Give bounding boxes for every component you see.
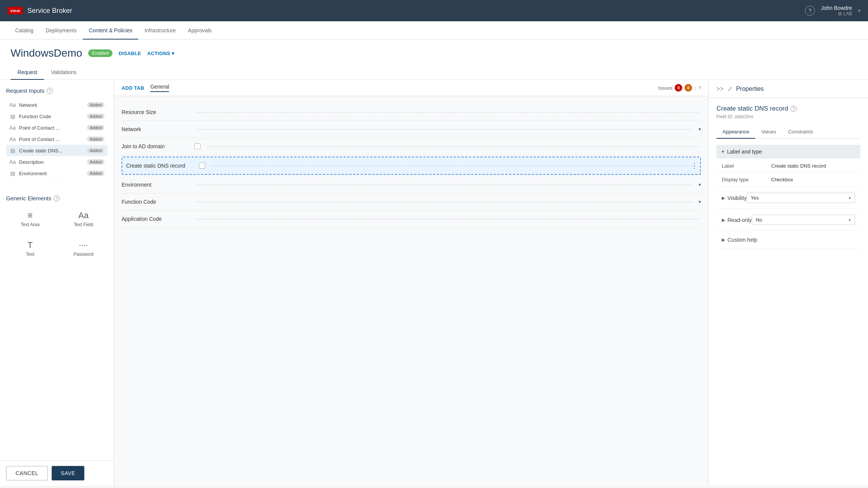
page-title-row: WindowsDemo Enabled DISABLE ACTIONS ▾: [11, 47, 857, 59]
item-label: Description: [19, 159, 84, 165]
dotted-line: [196, 202, 693, 202]
added-badge: Added: [87, 136, 104, 142]
tab-request[interactable]: Request: [11, 65, 44, 80]
list-item-network[interactable]: Aa Network Added: [6, 99, 108, 111]
form-row-function-code: Function Code ▾: [122, 193, 701, 211]
text-field-icon: Aa: [9, 136, 16, 142]
field-label: Create static DNS record: [126, 163, 194, 169]
added-badge: Added: [87, 148, 104, 153]
panel-collapse-icon[interactable]: >>: [716, 86, 724, 92]
tab-general[interactable]: General: [150, 84, 169, 92]
read-only-dropdown[interactable]: No ▾: [752, 215, 855, 225]
form-row-application-code: Application Code: [122, 211, 701, 228]
nav-content-policies[interactable]: Content & Policies: [83, 22, 138, 40]
disable-button[interactable]: DISABLE: [119, 51, 141, 56]
doc-icon: ▤: [9, 147, 16, 154]
field-heading: Create static DNS record ?: [716, 105, 860, 112]
chevron-right-icon: ▶: [722, 237, 725, 242]
prop-value: Create static DNS record: [771, 163, 855, 169]
dropdown-chevron-icon: ▾: [849, 217, 851, 223]
chevron-right-icon: ▶: [722, 195, 725, 201]
nav-deployments[interactable]: Deployments: [40, 22, 83, 40]
generic-text[interactable]: T Text: [6, 236, 54, 261]
panel-expand-icon[interactable]: ⤢: [727, 85, 732, 92]
middle-content: Resource Size Network ▾ Join to AD domai…: [114, 96, 708, 486]
user-name: John Bowdre: [821, 5, 852, 11]
dotted-line: [207, 146, 699, 147]
custom-help-label: Custom help: [727, 237, 757, 243]
props-tabs: Appearance Values Constraints: [716, 125, 860, 139]
dotted-line: [211, 166, 695, 166]
field-label: Environment: [122, 182, 190, 188]
generic-password[interactable]: ···· Password: [60, 236, 108, 261]
page-header: WindowsDemo Enabled DISABLE ACTIONS ▾ Re…: [0, 40, 868, 80]
custom-help-toggle[interactable]: ▶ Custom help: [722, 237, 757, 243]
tab-validations[interactable]: Validations: [44, 65, 83, 80]
page-tabs: Request Validations: [11, 65, 857, 79]
right-panel-content: Create static DNS record ? Field ID: sta…: [709, 98, 868, 486]
drag-handle: · · · · · ·: [6, 179, 108, 187]
request-inputs-help-icon[interactable]: ?: [47, 88, 53, 94]
actions-button[interactable]: ACTIONS ▾: [147, 51, 175, 56]
generic-text-field[interactable]: Aa Text Field: [60, 207, 108, 231]
save-button[interactable]: SAVE: [52, 466, 84, 480]
list-item-environment[interactable]: ▤ Environment Added: [6, 168, 108, 179]
added-badge: Added: [87, 125, 104, 130]
visibility-section: ▶ Visibility Yes ▾: [716, 187, 860, 209]
props-tab-values[interactable]: Values: [755, 125, 782, 139]
nav-catalog[interactable]: Catalog: [9, 22, 40, 40]
list-item-description[interactable]: Aa Description Added: [6, 156, 108, 168]
form-row-dns[interactable]: Create static DNS record ⋮: [122, 157, 701, 175]
read-only-toggle[interactable]: ▶ Read-only: [722, 217, 752, 223]
field-label: Application Code: [122, 216, 190, 222]
row-menu-icon[interactable]: ⋮: [691, 162, 698, 170]
main-layout: Request Inputs ? Aa Network Added ▤ Func…: [0, 80, 868, 486]
visibility-toggle[interactable]: ▶ Visibility: [722, 195, 746, 201]
generic-elements-title: Generic Elements ?: [6, 195, 108, 201]
request-inputs-title: Request Inputs ?: [6, 87, 108, 94]
accordion-title: Label and type: [727, 149, 762, 155]
checkbox-dns[interactable]: [199, 163, 205, 169]
generic-text-area[interactable]: ≡ Text Area: [6, 207, 54, 231]
checkbox-join-ad[interactable]: [194, 143, 201, 149]
field-help-icon[interactable]: ?: [791, 106, 797, 112]
issues-area: Issues 0 0 | ?: [658, 84, 701, 92]
generic-elements-help-icon[interactable]: ?: [54, 195, 60, 201]
issues-label: Issues: [658, 85, 673, 91]
added-badge: Added: [87, 171, 104, 176]
nav-infrastructure[interactable]: Infrastructure: [138, 22, 182, 40]
dotted-line: [196, 219, 699, 219]
dotted-line: [196, 185, 693, 185]
accordion-label-type: ▾ Label and type Label Create static DNS…: [716, 145, 860, 187]
issues-red-badge: 0: [675, 84, 682, 92]
props-tab-constraints[interactable]: Constraints: [782, 125, 819, 139]
visibility-dropdown[interactable]: Yes ▾: [746, 193, 855, 203]
prop-value: Checkbox: [771, 177, 855, 182]
nav-approvals[interactable]: Approvals: [182, 22, 218, 40]
text-icon: T: [28, 240, 33, 250]
middle-tabs: ADD TAB General: [122, 84, 169, 92]
list-item-dns[interactable]: ▤ Create static DNS... Added: [6, 145, 108, 156]
help-icon[interactable]: ?: [805, 6, 815, 16]
left-panel: Request Inputs ? Aa Network Added ▤ Func…: [0, 80, 114, 486]
props-tab-appearance[interactable]: Appearance: [716, 125, 755, 139]
issues-help-icon[interactable]: ?: [698, 85, 701, 91]
list-item-poc1[interactable]: Aa Point of Contact ... Added: [6, 122, 108, 133]
right-panel-header: >> ⤢ Properties: [709, 80, 868, 98]
add-tab-button[interactable]: ADD TAB: [122, 85, 144, 91]
doc-icon: ▤: [9, 113, 16, 119]
accordion-header-label-type[interactable]: ▾ Label and type: [716, 145, 860, 158]
item-label: Point of Contact ...: [19, 136, 84, 142]
panel-title: Properties: [736, 86, 764, 92]
accordion-read-only: ▶ Read-only No ▾: [716, 209, 860, 231]
form-row-network: Network ▾: [122, 121, 701, 138]
user-dropdown-arrow[interactable]: ▾: [858, 8, 860, 13]
list-item-poc2[interactable]: Aa Point of Contact ... Added: [6, 133, 108, 145]
user-info: John Bowdre ⊞ LAB: [821, 5, 852, 16]
cancel-button[interactable]: CANCEL: [6, 466, 48, 480]
list-item-function-code[interactable]: ▤ Function Code Added: [6, 111, 108, 122]
item-label: Point of Contact ...: [19, 125, 84, 131]
visibility-label: Visibility: [727, 195, 746, 201]
main-nav: Catalog Deployments Content & Policies I…: [0, 21, 868, 40]
vmw-logo: vmw: [8, 7, 23, 14]
